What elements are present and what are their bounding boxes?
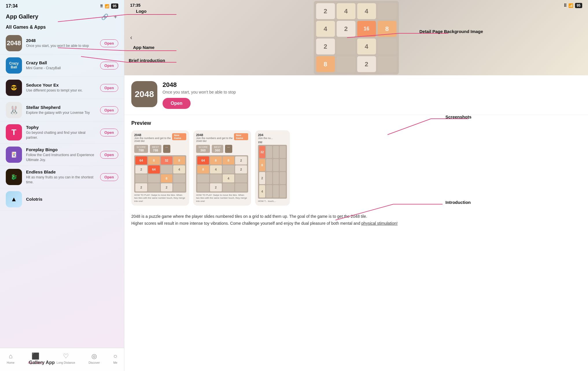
wifi-icon: 📶	[105, 4, 109, 8]
ss-tile: 8	[161, 174, 173, 182]
list-item[interactable]: 🐰 Stellar Shepherd Explore the galaxy wi…	[0, 99, 124, 121]
ss-tile: 4	[210, 165, 222, 173]
nav-me-label: Me	[113, 361, 117, 364]
ss-tile: 2	[210, 183, 222, 191]
tile: 8	[316, 56, 335, 72]
home-icon: ⌂	[9, 352, 12, 360]
back-button[interactable]: ‹	[130, 34, 132, 41]
app-desc: Once you start, you won't be able to sto…	[26, 43, 96, 48]
app-name: Colotris	[26, 197, 118, 202]
open-button[interactable]: Open	[100, 39, 118, 47]
game-board-preview: 2 4 4 4 2 16 8 2 4 8 2	[314, 1, 399, 74]
detail-app-name: 2048	[163, 81, 581, 89]
ss-tile: 2	[161, 183, 173, 191]
detail-time: 17:35	[130, 3, 141, 8]
app-icon-2048: 2048	[6, 35, 22, 51]
app-name: Endless Blade	[26, 169, 96, 174]
ss-tile: 4	[223, 174, 235, 182]
app-header: App Gallery 🔗 ＋	[0, 11, 124, 23]
ss-tile: 2	[135, 165, 147, 173]
detail-battery: 95	[575, 3, 582, 8]
open-button[interactable]: Open	[100, 173, 118, 181]
list-item[interactable]: CrazyBall Crazy Ball Mini Game - CrazyBa…	[0, 54, 124, 77]
ss-tile	[197, 183, 209, 191]
detail-app-info: 2048 Once you start, you won't be able t…	[163, 81, 581, 109]
list-item[interactable]: T Tophy Go beyond chatting and find your…	[0, 121, 124, 144]
ss-tile	[280, 172, 286, 184]
nav-home[interactable]: ⌂ Home	[7, 352, 14, 364]
ss-tile: 8	[173, 156, 185, 165]
ss-tile	[223, 183, 235, 191]
ss-tile	[280, 159, 286, 171]
detail-open-button[interactable]: Open	[163, 98, 191, 109]
ss-tile	[266, 172, 272, 184]
screenshot-3: 204 Join the nu... 152 32 8	[255, 130, 290, 206]
list-item[interactable]: ▲ Colotris	[0, 188, 124, 211]
list-item[interactable]: 😎 Seduce Your Ex Use different poses to …	[0, 77, 124, 99]
ss-tile: 2	[259, 172, 265, 184]
open-button[interactable]: Open	[100, 84, 118, 92]
ss-tile	[148, 174, 160, 182]
detail-app-icon: 2048	[131, 81, 157, 107]
detail-app-section: 2048 2048 Once you start, you won't be a…	[124, 75, 588, 115]
app-list: 2048 2048 Once you start, you won't be a…	[0, 32, 124, 348]
ss-tile: 64	[148, 165, 160, 173]
app-icon-stellar: 🐰	[6, 102, 22, 118]
ss-tile: 32	[161, 156, 173, 165]
me-icon: ○	[113, 352, 117, 360]
nav-home-label: Home	[7, 361, 14, 364]
open-button[interactable]: Open	[100, 106, 118, 114]
nav-gallery[interactable]: ⬛ App Gallery	[28, 352, 43, 364]
nav-discover[interactable]: ◎ Discover	[89, 352, 100, 364]
left-panel: 17:34 ⠿ 📶 95 App Gallery 🔗 ＋ All Games &…	[0, 0, 124, 371]
app-icon-crazyball: CrazyBall	[6, 57, 22, 74]
ss-tile	[148, 183, 160, 191]
preview-section: Preview 2048 Join the numbers and get to…	[124, 115, 588, 209]
link-icon[interactable]: 🔗	[101, 13, 108, 20]
ss-tile	[273, 172, 279, 184]
app-name: Stellar Shepherd	[26, 105, 96, 110]
ss-tile: 4	[259, 185, 265, 197]
nav-me[interactable]: ○ Me	[113, 352, 117, 364]
nav-discover-label: Discover	[89, 361, 100, 364]
add-icon[interactable]: ＋	[113, 13, 118, 21]
open-button[interactable]: Open	[100, 129, 118, 136]
ss-tile	[223, 165, 235, 173]
tile: 2	[357, 56, 376, 72]
nav-distance[interactable]: ♡ Long Distance	[57, 352, 75, 364]
tile: 2	[316, 3, 335, 19]
app-name: Crazy Ball	[26, 60, 96, 65]
tile: 4	[337, 3, 355, 19]
ss-tile: 64	[197, 156, 209, 165]
app-info: Endless Blade Hit as many fruits as you …	[26, 169, 96, 185]
ss-tile	[273, 159, 279, 171]
ss-tile	[235, 174, 247, 182]
distance-icon: ♡	[63, 352, 69, 360]
screenshot-1: 2048 Join the numbers and get to the 204…	[131, 130, 189, 206]
open-button[interactable]: Open	[100, 151, 118, 159]
app-icon-seduce: 😎	[6, 80, 22, 96]
tile: 2	[337, 21, 355, 37]
list-item[interactable]: 2048 2048 Once you start, you won't be a…	[0, 32, 124, 54]
ss-tile	[235, 183, 247, 191]
ss-tile: 8	[223, 156, 235, 165]
ss-tile: 8	[259, 159, 265, 171]
status-bar: 17:34 ⠿ 📶 95	[0, 0, 124, 11]
list-item[interactable]: 🐉 Endless Blade Hit as many fruits as yo…	[0, 166, 124, 188]
right-panel: 17:35 ⠿ 📶 95 ‹ 2 4 4 4 2 16 8	[124, 0, 588, 371]
nav-distance-label: Long Distance	[57, 361, 75, 364]
ss-tile	[197, 174, 209, 182]
detail-signal-icon: ⠿	[564, 3, 567, 8]
ss-tile	[266, 185, 272, 197]
app-name: Seduce Your Ex	[26, 83, 96, 87]
list-item[interactable]: 🃏 Foreplay Bingo Follow the Card Instruc…	[0, 144, 124, 166]
app-info: Crazy Ball Mini Game - CrazyBall	[26, 60, 96, 71]
ss-tile: 4	[173, 165, 185, 173]
app-desc: Mini Game - CrazyBall	[26, 66, 96, 71]
ss-tile: 8	[148, 156, 160, 165]
tile: 2	[316, 39, 335, 54]
app-info: Seduce Your Ex Use different poses to te…	[26, 83, 96, 93]
ss-tile: 2	[235, 156, 247, 165]
open-button[interactable]: Open	[100, 62, 118, 70]
header-actions: 🔗 ＋	[101, 13, 118, 21]
